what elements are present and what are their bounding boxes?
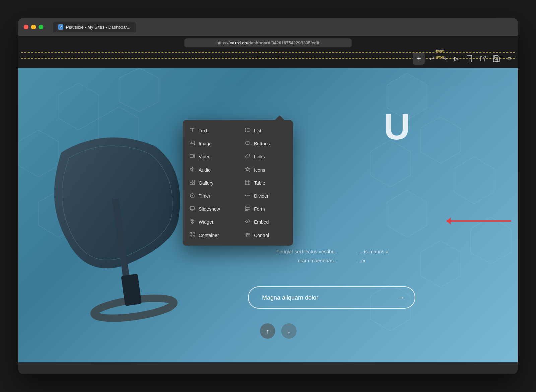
- cta-arrow-icon: →: [397, 293, 405, 302]
- menu-item-embed-label: Embed: [254, 219, 269, 225]
- buttons-icon: [245, 140, 251, 147]
- svg-marker-14: [454, 157, 494, 204]
- menu-item-audio-label: Audio: [199, 167, 211, 173]
- menu-item-icons-label: Icons: [254, 167, 265, 173]
- browser-tab[interactable]: P Plausible - My Sites - Dashboar...: [53, 22, 136, 32]
- image-icon: [189, 140, 195, 147]
- menu-item-control-label: Control: [254, 233, 269, 238]
- menu-item-table[interactable]: Table: [238, 176, 293, 189]
- minimize-button[interactable]: [31, 25, 36, 29]
- menu-item-widget-label: Widget: [199, 219, 213, 225]
- scroll-down-button[interactable]: ↓: [281, 323, 297, 339]
- menu-item-image-label: Image: [199, 141, 212, 146]
- menu-item-timer[interactable]: Timer: [183, 189, 238, 202]
- links-icon: [245, 153, 251, 160]
- cta-button[interactable]: Magna aliquam dolor →: [248, 286, 415, 309]
- svg-rect-56: [245, 210, 248, 211]
- widget-icon: [189, 219, 195, 225]
- svg-point-29: [245, 131, 246, 132]
- menu-item-text-label: Text: [199, 128, 207, 133]
- divider-icon: [245, 193, 251, 199]
- menu-item-timer-label: Timer: [199, 193, 210, 199]
- mobile-preview-button[interactable]: [464, 53, 475, 64]
- maximize-button[interactable]: [39, 25, 43, 29]
- menu-item-control[interactable]: Control: [238, 228, 293, 242]
- menu-item-links-label: Links: [254, 154, 265, 159]
- scroll-up-button[interactable]: ↑: [260, 323, 275, 339]
- add-element-button[interactable]: +: [413, 53, 425, 65]
- svg-point-27: [245, 128, 246, 129]
- svg-marker-13: [370, 140, 410, 187]
- container-icon: [189, 232, 195, 238]
- hero-subtitle: Feugiat sed lectus vestibu... ...us maur…: [241, 247, 425, 265]
- tab-favicon: P: [58, 24, 63, 30]
- audio-icon: [189, 167, 195, 173]
- external-link-button[interactable]: [477, 54, 488, 64]
- traffic-lights: [24, 25, 43, 29]
- embed-icon: [245, 219, 251, 225]
- svg-point-1: [469, 61, 470, 61]
- url-path: /dashboard/3426167542298335/edit: [247, 40, 319, 45]
- hero-text-area: U: [296, 108, 491, 145]
- url-domain: carrd.co: [230, 40, 247, 45]
- hero-body-text: Feugiat sed lectus vestibu... ...us maur…: [241, 247, 425, 265]
- editor-top-bar: #one #two + ↩ ↪ ▷: [18, 49, 518, 68]
- cta-button-area[interactable]: Magna aliquam dolor →: [248, 286, 415, 309]
- close-button[interactable]: [24, 25, 28, 29]
- menu-item-text[interactable]: Text: [183, 124, 238, 137]
- nav-arrows: ↑ ↓: [260, 323, 297, 339]
- preview-button[interactable]: ▷: [452, 53, 462, 64]
- svg-rect-38: [190, 183, 192, 185]
- menu-item-video[interactable]: Video: [183, 150, 238, 163]
- menu-item-audio[interactable]: Audio: [183, 163, 238, 176]
- svg-rect-59: [190, 235, 192, 237]
- url-box[interactable]: https://carrd.co/dashboard/3426167542298…: [184, 38, 352, 47]
- svg-rect-39: [193, 183, 195, 185]
- undo-button[interactable]: ↩: [427, 53, 437, 64]
- svg-rect-54: [245, 206, 250, 207]
- svg-marker-35: [245, 167, 250, 171]
- text-icon: [189, 127, 195, 134]
- redo-button[interactable]: ↪: [439, 53, 450, 64]
- menu-item-table-label: Table: [254, 180, 265, 186]
- save-button[interactable]: [490, 53, 503, 64]
- menu-item-divider[interactable]: Divider: [238, 189, 293, 202]
- menu-item-form[interactable]: Form: [238, 202, 293, 215]
- svg-point-66: [248, 234, 249, 235]
- menu-item-links[interactable]: Links: [238, 150, 293, 163]
- svg-marker-15: [387, 190, 427, 237]
- toolbar-buttons: + ↩ ↪ ▷: [413, 53, 514, 65]
- svg-rect-51: [190, 207, 194, 210]
- menu-item-slideshow-label: Slideshow: [199, 206, 220, 212]
- title-bar: P Plausible - My Sites - Dashboar...: [18, 18, 518, 36]
- svg-rect-40: [245, 180, 250, 185]
- menu-item-image[interactable]: Image: [183, 137, 238, 150]
- svg-rect-2: [495, 59, 498, 62]
- control-icon: [245, 232, 251, 238]
- menu-item-gallery[interactable]: Gallery: [183, 176, 238, 189]
- menu-item-widget[interactable]: Widget: [183, 215, 238, 228]
- form-icon: [245, 206, 251, 212]
- menu-item-form-label: Form: [254, 206, 265, 212]
- menu-item-slideshow[interactable]: Slideshow: [183, 202, 238, 215]
- tab-label: Plausible - My Sites - Dashboar...: [66, 25, 130, 30]
- table-icon: [245, 180, 251, 186]
- svg-point-63: [247, 233, 248, 234]
- menu-item-container[interactable]: Container: [183, 228, 238, 242]
- timer-icon: [189, 193, 195, 199]
- svg-rect-34: [190, 154, 193, 158]
- menu-item-container-label: Container: [199, 233, 219, 238]
- menu-item-buttons[interactable]: Buttons: [238, 137, 293, 150]
- menu-grid: Text List: [183, 124, 293, 242]
- svg-rect-37: [193, 180, 195, 182]
- menu-item-icons[interactable]: Icons: [238, 163, 293, 176]
- main-menu-button[interactable]: ≡: [505, 53, 514, 64]
- svg-rect-55: [245, 208, 250, 209]
- browser-window: P Plausible - My Sites - Dashboar... htt…: [18, 18, 518, 374]
- satellite-image: [39, 88, 206, 362]
- svg-marker-16: [471, 217, 511, 264]
- menu-item-list[interactable]: List: [238, 124, 293, 137]
- address-bar: https://carrd.co/dashboard/3426167542298…: [18, 36, 518, 49]
- menu-item-list-label: List: [254, 128, 261, 133]
- menu-item-embed[interactable]: Embed: [238, 215, 293, 228]
